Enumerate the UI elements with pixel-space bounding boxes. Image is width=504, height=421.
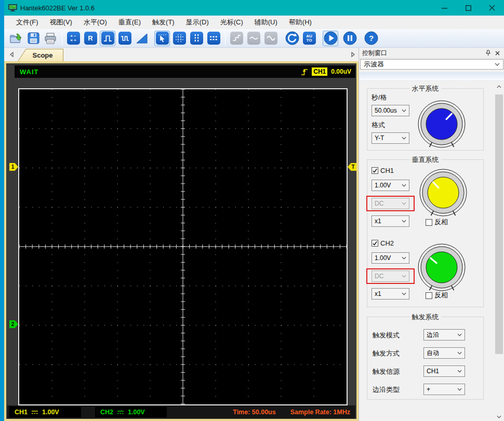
group-title: 触发系统: [410, 313, 441, 322]
trigger-position-marker[interactable]: T: [348, 163, 356, 171]
scroll-down-button[interactable]: [495, 412, 503, 421]
tabbar: Scope: [4, 48, 359, 61]
ramp-icon: [136, 32, 148, 45]
menu-display[interactable]: 显示(D): [180, 16, 215, 29]
ch1-position-knob[interactable]: [416, 166, 470, 220]
tab-scroll-left-icon[interactable]: [8, 51, 16, 58]
chevron-down-icon: [457, 351, 462, 355]
acquisition-status: WAIT: [20, 68, 39, 76]
chevron-down-icon: [457, 388, 462, 391]
horizontal-position-knob[interactable]: [415, 97, 469, 151]
ch2-probe-select[interactable]: x1: [372, 288, 409, 300]
print-button[interactable]: [43, 31, 58, 46]
wave-button: [246, 31, 261, 46]
reference-icon: R: [84, 32, 97, 45]
chevron-down-icon: [457, 333, 462, 336]
menu-utility[interactable]: 辅助(U): [249, 16, 283, 29]
maximize-button[interactable]: [456, 0, 480, 16]
dc-coupling-icon: [117, 410, 124, 415]
scrollbar-thumb[interactable]: [495, 94, 503, 354]
scroll-up-button[interactable]: [495, 82, 503, 91]
sec-div-label: 秒/格: [372, 93, 387, 102]
horizontal-cursors-button[interactable]: [206, 31, 221, 46]
autoset-button[interactable]: AUTO: [301, 31, 317, 46]
scope-info-bar: WAIT CH1 0.00uV: [15, 65, 355, 78]
math-icon: + −× ÷: [67, 32, 80, 45]
tab-scroll-right-icon[interactable]: [349, 51, 356, 58]
grid-button[interactable]: [171, 31, 187, 46]
menu-cursor[interactable]: 光标(C): [215, 16, 249, 29]
trigger-source-select[interactable]: CH1: [423, 365, 465, 377]
svg-text:?: ?: [368, 34, 373, 43]
ch1-enable-checkbox[interactable]: CH1: [372, 167, 394, 174]
control-panel-title: 控制窗口: [362, 49, 387, 58]
pause-button[interactable]: [342, 31, 357, 46]
ch1-coupling-select: DC: [372, 198, 409, 209]
ch2-position-knob[interactable]: [415, 240, 469, 294]
ramp-button[interactable]: [134, 31, 150, 46]
sine-wave-button: [263, 31, 278, 46]
help-icon: ?: [364, 31, 378, 45]
window-border: [0, 0, 4, 421]
pin-button[interactable]: [483, 50, 493, 56]
grid-icon: [173, 32, 186, 45]
panel-close-button[interactable]: [493, 51, 502, 56]
ch2-enable-checkbox[interactable]: CH2: [372, 239, 394, 247]
menu-horizontal[interactable]: 水平(O): [78, 16, 113, 29]
dc-coupling-icon: [31, 410, 38, 415]
step-wave-button: [229, 31, 244, 46]
trigger-mode-select[interactable]: 边沿: [423, 329, 465, 341]
panel-toolbar-band: [360, 72, 504, 81]
start-button[interactable]: [323, 31, 338, 46]
trigger-sweep-select[interactable]: 自动: [423, 347, 465, 359]
refresh-button[interactable]: [284, 31, 300, 46]
menu-trigger[interactable]: 触发(T): [147, 16, 180, 29]
ch1-position-marker[interactable]: 1: [9, 163, 18, 171]
load-button[interactable]: [8, 31, 24, 46]
menu-vertical[interactable]: 垂直(E): [113, 16, 147, 29]
timebase-select[interactable]: 50.00us: [372, 105, 409, 116]
ch2-invert-checkbox[interactable]: 反相: [426, 291, 448, 300]
ch2-scale-select[interactable]: 1.00V: [372, 252, 409, 264]
waveform-display: 1 2 T: [18, 88, 348, 405]
rising-edge-icon: [301, 67, 308, 76]
toolbar-separator: [62, 32, 62, 45]
tab-scope[interactable]: Scope: [18, 49, 63, 61]
close-button[interactable]: [480, 0, 504, 16]
device-selector[interactable]: 示波器: [360, 59, 503, 70]
chevron-down-icon: [402, 184, 406, 187]
trigger-system-group: 触发系统 触发模式 边沿 触发方式 自动 触发信源 CH1 边沿类型 +: [367, 317, 484, 400]
help-button[interactable]: ?: [363, 31, 379, 46]
pulse-wave-button[interactable]: [117, 31, 132, 46]
edge-type-select[interactable]: +: [423, 384, 465, 395]
reference-button[interactable]: R: [83, 31, 98, 46]
ch1-invert-checkbox[interactable]: 反相: [426, 218, 448, 227]
chevron-down-icon: [457, 370, 462, 373]
menu-file[interactable]: 文件(F): [10, 16, 44, 29]
trigger-source-label: 触发信源: [373, 367, 400, 376]
save-button[interactable]: [25, 31, 41, 46]
chevron-down-icon: [402, 256, 406, 260]
ch1-scale-select[interactable]: 1.00V: [372, 180, 409, 191]
control-panel-header: 控制窗口: [359, 48, 504, 59]
menu-help[interactable]: 帮助(H): [283, 16, 317, 29]
panel-scrollbar[interactable]: [495, 82, 503, 421]
ch1-probe-select[interactable]: x1: [372, 215, 409, 227]
format-select[interactable]: Y-T: [372, 132, 409, 144]
step-wave-icon: [230, 32, 243, 45]
chevron-down-icon: [402, 109, 406, 112]
trigger-level-value: 0.00uV: [331, 68, 351, 75]
horizontal-system-group: 水平系统 秒/格 50.00us 格式 Y-T: [367, 88, 484, 151]
ch2-position-marker[interactable]: 2: [9, 320, 18, 328]
square-wave-button[interactable]: [100, 31, 115, 46]
ch1-status-badge: CH1 1.00V: [9, 406, 81, 417]
math-button[interactable]: + −× ÷: [65, 31, 81, 46]
horizontal-cursors-icon: [207, 32, 220, 45]
chevron-down-icon: [402, 292, 406, 295]
menu-view[interactable]: 视图(V): [44, 16, 78, 29]
cursor-button[interactable]: [154, 31, 170, 46]
minimize-button[interactable]: [432, 0, 456, 16]
checkbox-unchecked: [426, 292, 432, 299]
chevron-down-icon: [497, 415, 501, 418]
vertical-cursors-button[interactable]: [189, 31, 204, 46]
